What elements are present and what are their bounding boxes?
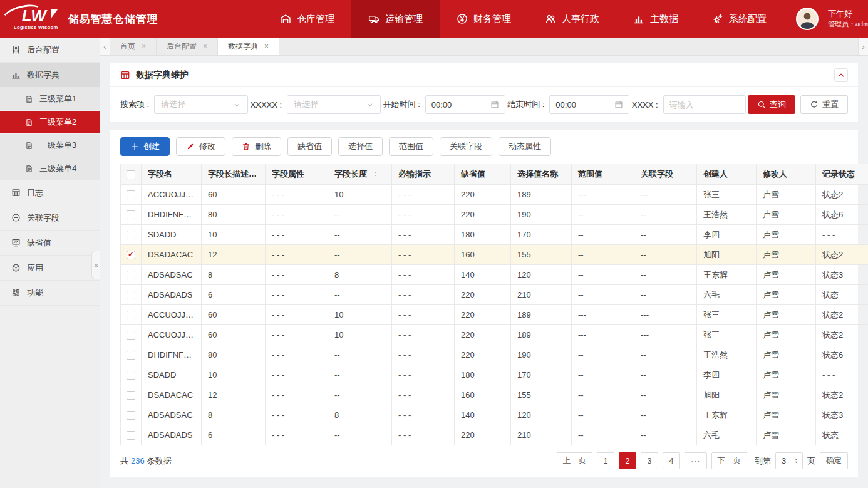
table-panel: 创建修改删除缺省值选择值范围值关联字段动态属性 字段名字段长描述字段属性字段长度… <box>110 130 858 477</box>
column-header[interactable]: 字段长描述 <box>202 164 266 185</box>
table-cell: -- <box>634 365 697 385</box>
table-cell: 140 <box>455 265 511 285</box>
table-row[interactable]: ADSADADS6- - ---- - -220210----六毛卢雪状态 <box>121 425 868 445</box>
search-item-select[interactable]: 请选择 <box>154 95 248 114</box>
tabs-scroll-left-icon[interactable]: ‹ <box>100 38 110 55</box>
table-row[interactable]: ADSADSAC8- - -8- - -140120----王东辉卢雪状态3 <box>121 265 868 285</box>
tabs-scroll-right-icon[interactable]: › <box>858 38 868 55</box>
sidebar-item[interactable]: 后台配置 <box>0 38 100 63</box>
row-checkbox[interactable] <box>127 411 135 420</box>
column-header[interactable]: 字段长度 <box>328 164 392 185</box>
sidebar-item[interactable]: 三级菜单1 <box>0 88 100 111</box>
panel-collapse-button[interactable] <box>834 68 848 82</box>
topnav-item[interactable]: 仓库管理 <box>263 0 351 38</box>
toolbar-button[interactable]: 修改 <box>176 137 225 156</box>
goto-confirm-button[interactable]: 确定 <box>820 452 848 469</box>
tab[interactable]: 首页× <box>110 38 157 55</box>
xxxxx-select[interactable]: 请选择 <box>287 95 381 114</box>
tab[interactable]: 数据字典× <box>218 38 279 55</box>
table-row[interactable]: ACCUOJJDJN60- - -10- - -220189------张三卢雪… <box>121 305 868 325</box>
table-row[interactable]: DSADACAC12- - ---- - -160155----旭阳卢雪状态2 <box>121 385 868 405</box>
row-checkbox[interactable] <box>127 351 135 360</box>
row-checkbox[interactable] <box>127 291 135 299</box>
stepper-icon[interactable] <box>793 457 800 464</box>
table-cell: -- <box>328 285 392 305</box>
row-checkbox[interactable] <box>127 311 135 319</box>
start-time-input[interactable] <box>431 100 484 110</box>
topnav-item[interactable]: 人事行政 <box>528 0 616 38</box>
next-page-button[interactable]: 下一页 <box>711 452 748 469</box>
tab-close-icon[interactable]: × <box>264 42 269 51</box>
toolbar-button[interactable]: 动态属性 <box>499 137 551 156</box>
tab-close-icon[interactable]: × <box>142 42 146 51</box>
topnav-item[interactable]: 财务管理 <box>440 0 528 38</box>
sidebar-item[interactable]: 关联字段 <box>0 205 100 231</box>
row-checkbox[interactable] <box>127 231 135 239</box>
row-checkbox[interactable] <box>127 271 135 279</box>
table-cell: -- <box>572 205 634 225</box>
toolbar-button[interactable]: 范围值 <box>389 137 433 156</box>
table-cell: 160 <box>455 385 511 405</box>
table-row[interactable]: ACCUOJJDJN60- - -10- - -220189------张三卢雪… <box>121 325 868 345</box>
toolbar-button[interactable]: 选择值 <box>338 137 383 156</box>
page-number-button[interactable]: 4 <box>663 452 680 469</box>
table-row[interactable]: DHDIFNFJJJ80- - ---- - -220190----王浩然卢雪状… <box>121 205 868 225</box>
sidebar-item[interactable]: 三级菜单3 <box>0 134 100 157</box>
sidebar-item[interactable]: 应用 <box>0 256 100 281</box>
prev-page-button[interactable]: 上一页 <box>557 452 593 469</box>
table-cell: 8 <box>202 405 266 425</box>
row-checkbox[interactable] <box>127 371 135 380</box>
table-row[interactable]: ACCUOJJDJN60- - -10- - -220189------张三卢雪… <box>121 185 868 205</box>
topnav-item[interactable]: 系统配置 <box>695 0 783 38</box>
table-row[interactable]: SDADD10- - ---- - -180170----李四卢雪- - - <box>121 225 868 245</box>
row-checkbox[interactable] <box>127 431 135 440</box>
topnav-item[interactable]: 主数据 <box>616 0 695 38</box>
gears-icon <box>712 13 723 24</box>
page-number-button[interactable]: 1 <box>597 452 614 469</box>
sidebar-item[interactable]: 缺省值 <box>0 231 100 256</box>
page-number-button[interactable]: 3 <box>641 452 658 469</box>
calendar-icon[interactable] <box>614 100 623 109</box>
sidebar-item[interactable]: 数据字典 <box>0 63 100 88</box>
row-checkbox[interactable] <box>127 251 135 259</box>
sidebar: 后台配置数据字典三级菜单1三级菜单2三级菜单3三级菜单4日志关联字段缺省值应用功… <box>0 38 100 488</box>
select-all-checkbox[interactable] <box>127 170 135 179</box>
tab[interactable]: 后台配置× <box>157 38 218 55</box>
xxxx-input[interactable] <box>669 100 722 110</box>
avatar[interactable] <box>796 8 819 30</box>
sidebar-collapse-handle[interactable]: « <box>91 251 100 279</box>
row-checkbox[interactable] <box>127 391 135 400</box>
tab-close-icon[interactable]: × <box>203 42 207 51</box>
page-number-button[interactable]: 2 <box>619 452 636 469</box>
table-row[interactable]: DHDIFNFJJJ80- - ---- - -220190----王浩然卢雪状… <box>121 345 868 365</box>
sort-icon[interactable] <box>372 170 379 177</box>
row-checkbox[interactable] <box>127 210 135 219</box>
table-cell: -- <box>572 425 634 445</box>
topnav-item[interactable]: 运输管理 <box>351 0 440 38</box>
toolbar-button[interactable]: 创建 <box>120 137 170 156</box>
row-checkbox-cell <box>121 205 142 225</box>
toolbar-button[interactable]: 关联字段 <box>440 137 492 156</box>
table-cell: 210 <box>511 285 572 305</box>
table-cell: 189 <box>511 305 572 325</box>
page-number-button[interactable]: ··· <box>685 452 707 469</box>
table-row[interactable]: DSADACAC12- - ---- - -160155----旭阳卢雪状态2 <box>121 245 868 265</box>
query-button[interactable]: 查询 <box>748 95 795 114</box>
calendar-icon[interactable] <box>490 100 499 109</box>
row-checkbox[interactable] <box>127 190 135 199</box>
end-time-input[interactable] <box>555 100 608 110</box>
table-row[interactable]: ADSADADS6- - ---- - -220210----六毛卢雪状态 <box>121 285 868 305</box>
sidebar-item[interactable]: 三级菜单4 <box>0 157 100 180</box>
doc-icon <box>25 95 33 103</box>
sidebar-item[interactable]: 功能 <box>0 281 100 306</box>
sidebar-item[interactable]: 日志 <box>0 180 100 205</box>
row-checkbox[interactable] <box>127 331 135 340</box>
sidebar-item[interactable]: 三级菜单2 <box>0 111 100 134</box>
table-row[interactable]: ADSADSAC8- - -8- - -140120----王东辉卢雪状态3 <box>121 405 868 425</box>
toolbar-button[interactable]: 删除 <box>232 137 281 156</box>
toolbar-button[interactable]: 缺省值 <box>287 137 332 156</box>
reset-button[interactable]: 重置 <box>800 95 848 114</box>
row-checkbox-cell <box>121 385 142 405</box>
goto-page-input[interactable]: 3 <box>775 452 803 469</box>
table-row[interactable]: SDADD10- - ---- - -180170----李四卢雪- - - <box>121 365 868 385</box>
